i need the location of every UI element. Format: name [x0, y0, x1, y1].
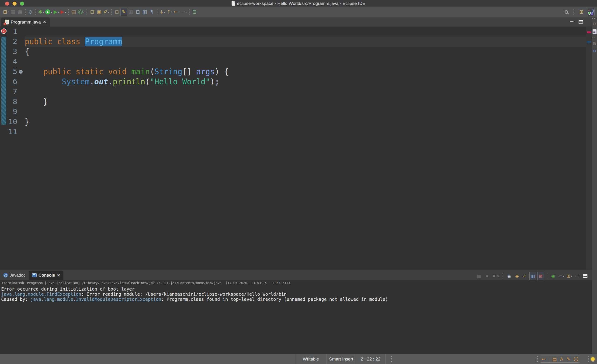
code-area[interactable]: public class Programm{ public static voi… [25, 27, 586, 270]
line-number-gutter[interactable]: 1234567891011 [7, 27, 18, 270]
new-wizard-button[interactable]: ⊞▾ [2, 8, 9, 16]
close-window-button[interactable] [5, 2, 9, 6]
code-line[interactable]: } [25, 97, 586, 107]
coverage-button[interactable]: ▶▾ [53, 8, 60, 16]
maximize-console-button[interactable] [581, 272, 589, 280]
tab-programm-java[interactable]: J x Programm.java ✕ [1, 17, 50, 27]
eclipse-window: eclipse-workspace - Hello World/src/Prog… [0, 0, 597, 364]
line-number[interactable]: 4 [7, 57, 17, 67]
code-line[interactable] [25, 107, 586, 117]
line-number[interactable]: 8 [7, 97, 17, 107]
open-perspective-button[interactable]: ⊞ [578, 8, 585, 16]
line-number[interactable]: 9 [7, 107, 17, 117]
code-editor[interactable]: ✕ 1234567891011 − public class Programm{… [0, 27, 592, 270]
line-number[interactable]: 7 [7, 87, 17, 97]
mark-occurrences-button[interactable]: ✎ [120, 8, 127, 16]
folding-gutter[interactable]: − [18, 27, 25, 270]
show-console-on-output-button[interactable]: ▥ [529, 272, 536, 280]
overview-occurrence-marker[interactable] [587, 41, 591, 43]
tab-label: Programm.java [11, 20, 41, 25]
console-output[interactable]: Error occurred during initialization of … [0, 286, 592, 354]
overview-icon[interactable]: ▤ [552, 356, 557, 362]
java-perspective-button[interactable]: ▪▪▪▪J [587, 8, 595, 16]
outline-view-icon[interactable]: ≣ [593, 29, 597, 34]
overview-ruler[interactable] [586, 27, 592, 270]
code-line[interactable] [25, 27, 586, 37]
trim-handle[interactable] [592, 38, 597, 38]
line-number[interactable]: 5 [7, 67, 17, 77]
new-package-button[interactable]: ⊟ [113, 8, 120, 16]
display-console-button[interactable]: ▭▾ [558, 272, 565, 280]
tab-javadoc[interactable]: @ Javadoc [0, 271, 29, 280]
toolbar-separator [25, 9, 26, 15]
zoom-window-button[interactable] [20, 2, 24, 6]
code-line[interactable]: } [25, 117, 586, 127]
line-number[interactable]: 11 [7, 127, 17, 137]
line-number[interactable]: 6 [7, 77, 17, 87]
console-tab-row: @ Javadoc Console ✕ ■✕✕✕≣◈↵▥⊠◉▭▾⊞▾ [0, 270, 592, 280]
code-line[interactable]: System.out.println("Hello World"); [25, 77, 586, 87]
external-tools-button[interactable]: ▶▾ [60, 8, 67, 16]
back-history-button[interactable]: ←▾ [173, 8, 180, 16]
minimize-console-button[interactable] [574, 272, 581, 280]
pin-console-button[interactable]: ◉ [550, 272, 557, 280]
notification-lightbulb-icon[interactable] [591, 357, 595, 361]
tutorials-icon[interactable]: Λ [560, 356, 563, 362]
overview-error-marker[interactable] [587, 31, 591, 33]
toolbar-left-group: ⊞▾▦▩⊘✱▾▶▾▶▾▶▾▤Ⓒ▾⊡▣✐▾⊟✎▦⊡▥¶↓▾↑▾←▾→▾⊡ [2, 8, 198, 16]
restore-views-button[interactable]: ⊡ [593, 41, 596, 46]
community-icon[interactable]: ☆ [574, 357, 578, 361]
close-console-tab-icon[interactable]: ✕ [57, 273, 60, 278]
line-number[interactable]: 10 [7, 117, 17, 127]
samples-icon[interactable]: ✎ [566, 356, 570, 362]
code-line[interactable] [25, 87, 586, 97]
minimize-editor-button[interactable] [570, 22, 573, 22]
restore-views-button[interactable]: ⊡ [593, 22, 596, 26]
new-class-button[interactable]: Ⓒ▾ [77, 8, 85, 16]
fold-marker-icon[interactable]: − [19, 70, 23, 74]
code-line[interactable] [25, 57, 586, 67]
open-resource-button[interactable]: ▣ [96, 8, 103, 16]
maximize-editor-button[interactable] [579, 20, 583, 23]
scroll-lock-button[interactable]: ◈ [513, 272, 520, 280]
error-marker-icon[interactable]: ✕ [1, 28, 7, 34]
run-button[interactable]: ▶▾ [45, 8, 53, 16]
debug-button[interactable]: ✱▾ [38, 8, 45, 16]
block-selection-button: ▦ [127, 8, 134, 16]
exception-link[interactable]: java.lang.module.InvalidModuleDescriptor… [31, 297, 161, 302]
line-number[interactable]: 3 [7, 46, 17, 57]
show-source-button[interactable]: ▥ [141, 8, 148, 16]
package-explorer-icon[interactable]: ⊟ [593, 49, 596, 53]
class-range-indicator [1, 37, 6, 125]
statusbar-handle[interactable] [588, 356, 589, 362]
whats-new-icon[interactable]: ↩ [542, 356, 546, 362]
line-number[interactable]: 1 [7, 27, 17, 37]
search-icon[interactable] [563, 8, 570, 16]
next-annotation-button[interactable]: ↓▾ [159, 8, 166, 16]
line-number[interactable]: 2 [7, 37, 17, 46]
open-console-button[interactable]: ⊞▾ [566, 272, 573, 280]
trim-handle[interactable] [592, 18, 597, 19]
tab-console[interactable]: Console ✕ [29, 271, 63, 280]
previous-annotation-button[interactable]: ↑▾ [166, 8, 173, 16]
skip-all-breakpoints-button[interactable]: ⊘ [27, 8, 34, 16]
code-line[interactable]: { [25, 46, 586, 57]
show-console-on-error-button[interactable]: ⊠ [537, 272, 544, 280]
new-java-project-button[interactable]: ▤ [70, 8, 77, 16]
exception-link[interactable]: java.lang.module.FindException [1, 292, 81, 297]
last-edit-location-button[interactable]: ⊡ [191, 8, 198, 16]
word-wrap-button[interactable]: ↵ [521, 272, 528, 280]
code-line[interactable]: public class Programm [25, 37, 586, 46]
statusbar-handle[interactable] [537, 356, 538, 362]
toolbar-separator [547, 273, 547, 279]
show-selected-element-button[interactable]: ⊡ [134, 8, 141, 16]
statusbar-handle[interactable] [391, 356, 392, 362]
show-whitespace-button[interactable]: ¶ [148, 8, 155, 16]
close-tab-icon[interactable]: ✕ [43, 20, 46, 24]
code-line[interactable] [25, 127, 586, 137]
open-type-button[interactable]: ⊡ [89, 8, 96, 16]
clear-console-button[interactable]: ≣ [506, 272, 513, 280]
search-button[interactable]: ✐▾ [103, 8, 110, 16]
code-line[interactable]: public static void main(String[] args) { [25, 67, 586, 77]
minimize-window-button[interactable] [13, 2, 16, 6]
